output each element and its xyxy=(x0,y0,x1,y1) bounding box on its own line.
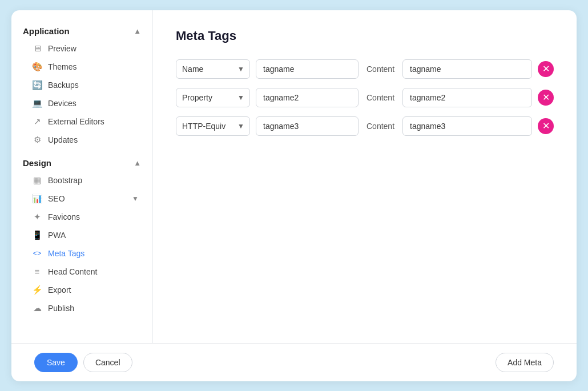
seo-icon: 📊 xyxy=(32,194,42,204)
card-body: Application ▲ 🖥 Preview 🎨 Themes 🔄 Backu… xyxy=(11,10,577,343)
themes-icon: 🎨 xyxy=(32,62,42,72)
sidebar-item-meta-tags-label: Meta Tags xyxy=(48,249,84,258)
sidebar-item-updates[interactable]: ⚙ Updates xyxy=(11,131,152,149)
publish-icon: ☁ xyxy=(32,303,42,313)
meta-content-input-1[interactable] xyxy=(402,59,532,79)
devices-icon: 💻 xyxy=(32,98,42,108)
sidebar-item-export-label: Export xyxy=(48,285,71,295)
sidebar-item-external-editors[interactable]: ↗ External Editors xyxy=(11,112,152,131)
external-editors-icon: ↗ xyxy=(32,116,42,127)
add-meta-button[interactable]: Add Meta xyxy=(496,353,554,372)
favicons-icon: ✦ xyxy=(32,212,42,222)
save-button[interactable]: Save xyxy=(34,353,78,372)
sidebar-section-application-label: Application xyxy=(23,26,70,36)
sidebar-section-design-label: Design xyxy=(23,158,51,168)
content-label-3: Content xyxy=(367,122,394,131)
sidebar: Application ▲ 🖥 Preview 🎨 Themes 🔄 Backu… xyxy=(11,10,153,343)
sidebar-item-seo[interactable]: 📊 SEO ▼ xyxy=(11,190,152,208)
sidebar-item-backups-label: Backups xyxy=(48,80,79,90)
delete-row-2-button[interactable]: ✕ xyxy=(538,90,554,106)
chevron-up-icon: ▲ xyxy=(134,27,141,35)
meta-tagname-input-3[interactable] xyxy=(256,116,359,136)
sidebar-section-application[interactable]: Application ▲ xyxy=(11,24,152,39)
content-label-2: Content xyxy=(367,93,394,102)
sidebar-item-head-content-label: Head Content xyxy=(48,267,97,276)
sidebar-item-bootstrap[interactable]: ▦ Bootstrap xyxy=(11,171,152,190)
meta-rows: Name Property HTTP-Equiv ▼ Content ✕ xyxy=(176,59,554,136)
sidebar-item-devices-label: Devices xyxy=(48,99,76,108)
meta-type-select-3[interactable]: Name Property HTTP-Equiv xyxy=(176,116,250,136)
main-content: Meta Tags Name Property HTTP-Equiv ▼ Con… xyxy=(153,10,577,343)
sidebar-item-external-editors-label: External Editors xyxy=(48,117,104,126)
meta-row-2: Name Property HTTP-Equiv ▼ Content ✕ xyxy=(176,88,554,107)
meta-tags-icon: <> xyxy=(32,248,42,259)
meta-type-select-2[interactable]: Name Property HTTP-Equiv xyxy=(176,88,250,107)
sidebar-item-favicons-label: Favicons xyxy=(48,212,80,221)
sidebar-item-meta-tags[interactable]: <> Meta Tags xyxy=(11,244,152,263)
sidebar-item-head-content[interactable]: ≡ Head Content xyxy=(11,263,152,281)
sidebar-item-publish[interactable]: ☁ Publish xyxy=(11,299,152,317)
sidebar-item-themes[interactable]: 🎨 Themes xyxy=(11,58,152,76)
cancel-button[interactable]: Cancel xyxy=(83,353,132,372)
sidebar-item-publish-label: Publish xyxy=(48,304,74,313)
backups-icon: 🔄 xyxy=(32,80,42,90)
meta-tagname-input-1[interactable] xyxy=(256,59,359,79)
updates-icon: ⚙ xyxy=(32,135,42,145)
sidebar-item-backups[interactable]: 🔄 Backups xyxy=(11,76,152,94)
delete-row-3-button[interactable]: ✕ xyxy=(538,118,554,134)
sidebar-divider xyxy=(11,149,152,156)
meta-type-select-wrapper-3: Name Property HTTP-Equiv ▼ xyxy=(176,116,250,136)
sidebar-item-preview-label: Preview xyxy=(48,44,76,53)
sidebar-item-devices[interactable]: 💻 Devices xyxy=(11,94,152,112)
sidebar-item-seo-label: SEO xyxy=(48,194,65,203)
export-icon: ⚡ xyxy=(32,285,42,295)
meta-row-3: Name Property HTTP-Equiv ▼ Content ✕ xyxy=(176,116,554,136)
sidebar-item-themes-label: Themes xyxy=(48,62,77,71)
content-label-1: Content xyxy=(367,65,394,74)
meta-content-input-2[interactable] xyxy=(402,88,532,107)
meta-tagname-input-2[interactable] xyxy=(256,88,359,107)
preview-icon: 🖥 xyxy=(32,43,42,54)
sidebar-item-pwa-label: PWA xyxy=(48,231,66,240)
sidebar-item-export[interactable]: ⚡ Export xyxy=(11,281,152,299)
pwa-icon: 📱 xyxy=(32,230,42,240)
meta-type-select-wrapper-2: Name Property HTTP-Equiv ▼ xyxy=(176,88,250,107)
main-card: Application ▲ 🖥 Preview 🎨 Themes 🔄 Backu… xyxy=(11,10,577,381)
sidebar-section-design[interactable]: Design ▲ xyxy=(11,156,152,171)
sidebar-item-updates-label: Updates xyxy=(48,135,78,144)
chevron-up-icon-design: ▲ xyxy=(134,159,141,167)
bootstrap-icon: ▦ xyxy=(32,175,42,186)
sidebar-item-favicons[interactable]: ✦ Favicons xyxy=(11,208,152,226)
meta-type-select-1[interactable]: Name Property HTTP-Equiv xyxy=(176,59,250,79)
meta-row-1: Name Property HTTP-Equiv ▼ Content ✕ xyxy=(176,59,554,79)
sidebar-item-bootstrap-label: Bootstrap xyxy=(48,176,82,185)
meta-type-select-wrapper-1: Name Property HTTP-Equiv ▼ xyxy=(176,59,250,79)
sidebar-item-pwa[interactable]: 📱 PWA xyxy=(11,226,152,244)
card-footer: Save Cancel Add Meta xyxy=(11,343,577,381)
sidebar-item-preview[interactable]: 🖥 Preview xyxy=(11,39,152,58)
page-title: Meta Tags xyxy=(176,29,554,43)
meta-content-input-3[interactable] xyxy=(402,116,532,136)
delete-row-1-button[interactable]: ✕ xyxy=(538,61,554,77)
head-content-icon: ≡ xyxy=(32,267,42,277)
chevron-down-icon-seo: ▼ xyxy=(132,195,139,203)
footer-left: Save Cancel xyxy=(34,353,132,372)
